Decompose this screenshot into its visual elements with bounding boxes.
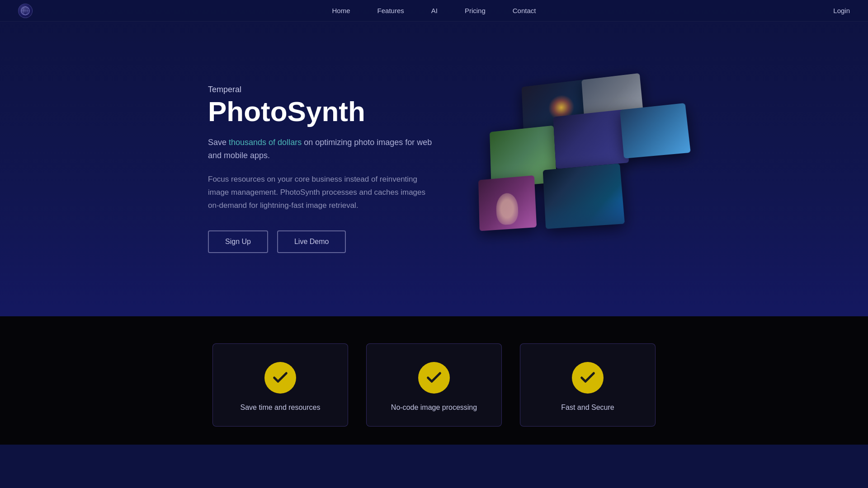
features-row: Save time and resources No-code image pr…: [0, 343, 868, 427]
check-icon-1: [418, 362, 450, 394]
logo-icon: [18, 4, 33, 18]
hero-desc1-highlight: thousands of dollars: [229, 138, 302, 147]
nav-links: Home Features AI Pricing Contact: [332, 7, 536, 15]
hero-desc-2: Focus resources on your core business in…: [208, 173, 434, 212]
photo-portrait: [478, 175, 537, 231]
check-icon-2: [572, 362, 604, 394]
hero-desc-1: Save thousands of dollars on optimizing …: [208, 136, 434, 162]
feature-card-1: No-code image processing: [366, 343, 502, 427]
feature-label-0: Save time and resources: [241, 403, 321, 413]
nav-pricing[interactable]: Pricing: [465, 7, 486, 14]
hero-desc1-prefix: Save: [208, 138, 229, 147]
signup-button[interactable]: Sign Up: [208, 230, 268, 253]
photo-collage: [452, 79, 660, 259]
navbar: Home Features AI Pricing Contact Login: [0, 0, 868, 22]
hero-section: Temperal PhotoSynth Save thousands of do…: [0, 0, 868, 316]
feature-label-1: No-code image processing: [391, 403, 477, 413]
features-section: Save time and resources No-code image pr…: [0, 316, 868, 445]
check-icon-0: [264, 362, 296, 394]
hero-buttons: Sign Up Live Demo: [208, 230, 434, 253]
nav-ai[interactable]: AI: [431, 7, 438, 14]
hero-text: Temperal PhotoSynth Save thousands of do…: [208, 85, 434, 253]
hero-title: PhotoSynth: [208, 96, 434, 127]
feature-label-2: Fast and Secure: [561, 403, 614, 413]
hero-brand: Temperal: [208, 85, 434, 94]
logo[interactable]: [18, 4, 33, 18]
demo-button[interactable]: Live Demo: [277, 230, 346, 253]
nav-features[interactable]: Features: [377, 7, 404, 14]
nav-home[interactable]: Home: [332, 7, 350, 14]
login-link[interactable]: Login: [833, 7, 850, 14]
nav-contact[interactable]: Contact: [513, 7, 536, 14]
feature-card-2: Fast and Secure: [520, 343, 656, 427]
photo-sunset: [543, 164, 625, 229]
feature-card-0: Save time and resources: [212, 343, 348, 427]
collage-grid: [456, 71, 672, 267]
